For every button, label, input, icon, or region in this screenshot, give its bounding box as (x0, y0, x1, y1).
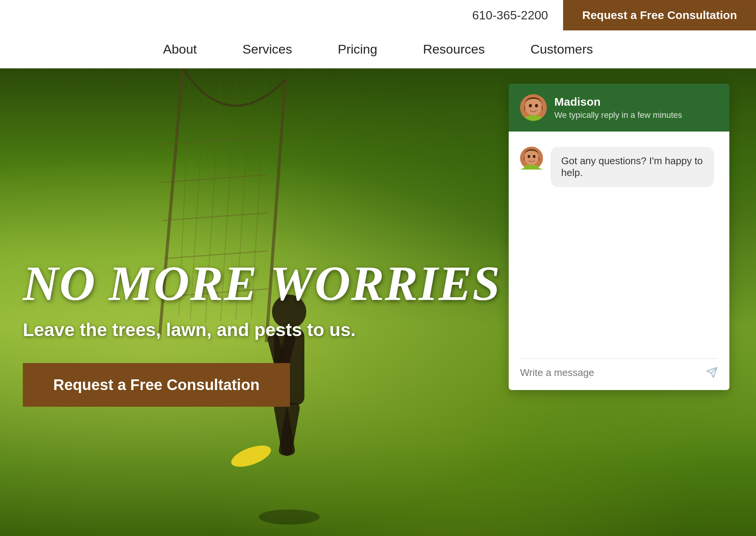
agent-avatar-svg (520, 94, 547, 121)
hero-section: NO MORE WORRIES Leave the trees, lawn, a… (0, 68, 756, 536)
nav-item-pricing[interactable]: Pricing (315, 30, 400, 68)
chat-msg-avatar-svg (520, 147, 543, 170)
hero-content: NO MORE WORRIES Leave the trees, lawn, a… (23, 258, 501, 407)
nav-item-about[interactable]: About (140, 30, 220, 68)
send-icon (706, 366, 718, 379)
phone-number: 610-365-2200 (472, 8, 548, 22)
chat-body: Got any questions? I'm happy to help. (509, 132, 729, 390)
nav-item-customers[interactable]: Customers (508, 30, 616, 68)
chat-agent-name: Madison (554, 95, 718, 108)
chat-spacer (520, 195, 718, 358)
hero-headline: NO MORE WORRIES (23, 258, 501, 308)
svg-point-27 (528, 155, 530, 158)
chat-widget: Madison We typically reply in a few minu… (509, 84, 729, 390)
chat-message-input[interactable] (520, 367, 702, 379)
svg-point-23 (529, 104, 532, 108)
svg-point-28 (533, 155, 535, 158)
chat-message-avatar (520, 147, 543, 170)
chat-agent-status: We typically reply in a few minutes (554, 110, 718, 120)
hero-cta-button[interactable]: Request a Free Consultation (23, 363, 290, 407)
hero-subheadline: Leave the trees, lawn, and pests to us. (23, 319, 501, 340)
svg-point-24 (535, 104, 538, 108)
top-bar: 610-365-2200 Request a Free Consultation (0, 0, 756, 30)
nav-item-services[interactable]: Services (220, 30, 315, 68)
chat-header: Madison We typically reply in a few minu… (509, 84, 729, 132)
chat-header-info: Madison We typically reply in a few minu… (554, 95, 718, 120)
chat-input-row[interactable] (520, 358, 718, 382)
chat-message-row: Got any questions? I'm happy to help. (520, 147, 718, 187)
top-cta-button[interactable]: Request a Free Consultation (563, 0, 756, 30)
chat-message-bubble: Got any questions? I'm happy to help. (551, 147, 714, 187)
chat-send-button[interactable] (706, 366, 718, 379)
chat-agent-avatar (520, 94, 547, 121)
nav-item-resources[interactable]: Resources (400, 30, 508, 68)
nav-bar: About Services Pricing Resources Custome… (0, 30, 756, 68)
